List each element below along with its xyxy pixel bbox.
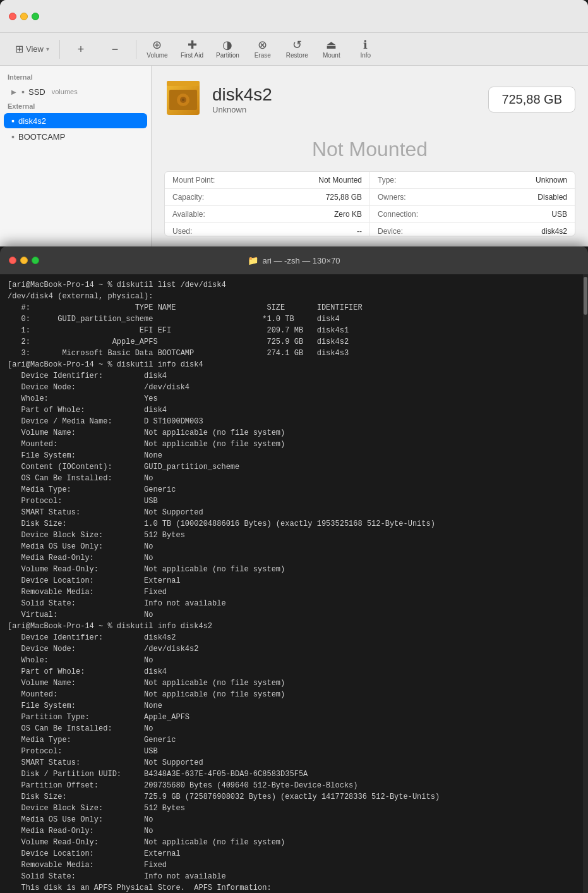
partition-icon: ◑ <box>222 39 232 51</box>
info-cell-owners: Owners: Disabled <box>370 189 575 205</box>
view-button[interactable]: ⊞ View ▾ <box>10 40 54 58</box>
terminal-folder-icon: 📁 <box>248 255 258 265</box>
disk-type: Unknown <box>212 105 272 114</box>
disk-header: disk4s2 Unknown 725,88 GB <box>164 76 575 123</box>
info-button[interactable]: ℹ Info <box>350 37 381 61</box>
external-section-label: External <box>0 100 151 112</box>
info-icon: ℹ <box>363 39 368 51</box>
info-cell-device: Device: disk4s2 <box>370 223 575 236</box>
bootcamp-label: BOOTCAMP <box>18 132 65 142</box>
terminal-line: Volume Name: Not applicable (no file sys… <box>8 427 580 439</box>
info-cell-available: Available: Zero KB <box>165 206 370 222</box>
chevron-right-icon: ▶ <box>11 88 16 95</box>
svg-point-5 <box>182 99 184 101</box>
device-key: Device: <box>378 227 403 236</box>
terminal-line: Device Block Size: 512 Bytes <box>8 530 580 541</box>
erase-button[interactable]: ⊗ Erase <box>247 37 279 61</box>
view-label: View <box>26 44 44 54</box>
erase-icon: ⊗ <box>258 39 267 51</box>
terminal-line: Media Read-Only: No <box>8 552 580 564</box>
terminal-line: Device Node: /dev/disk4 <box>8 382 580 393</box>
info-cell-mount-point: Mount Point: Not Mounted <box>165 172 370 188</box>
maximize-button[interactable] <box>32 13 39 20</box>
terminal-line: Partition Offset: 209735680 Bytes (40964… <box>8 780 580 791</box>
disk4s2-icon: ▪ <box>11 116 15 126</box>
capacity-value: 725,88 GB <box>326 193 362 202</box>
not-mounted-label: Not Mounted <box>164 138 575 161</box>
info-cell-capacity: Capacity: 725,88 GB <box>165 189 370 205</box>
terminal-title: 📁 ari — -zsh — 130×70 <box>248 255 340 265</box>
mount-button[interactable]: ⏏ Mount <box>316 37 347 61</box>
terminal-line: Media OS Use Only: No <box>8 541 580 552</box>
info-row-mount: Mount Point: Not Mounted Type: Unknown <box>165 172 575 189</box>
terminal-body[interactable]: [ari@MacBook-Pro-14 ~ % diskutil list /d… <box>0 274 588 893</box>
terminal-scrollbar[interactable] <box>583 274 588 893</box>
terminal-line: Media Type: Generic <box>8 484 580 495</box>
info-cell-type: Type: Unknown <box>370 172 575 188</box>
terminal-line: File System: None <box>8 450 580 461</box>
volume-button[interactable]: ⊕ Volume <box>141 37 173 61</box>
title-bar <box>0 0 588 33</box>
terminal-line: OS Can Be Installed: No <box>8 473 580 484</box>
mount-point-value: Not Mounted <box>318 176 362 185</box>
terminal-line: Partition Type: Apple_APFS <box>8 712 580 723</box>
info-row-available: Available: Zero KB Connection: USB <box>165 206 575 223</box>
mount-label: Mount <box>323 52 340 59</box>
terminal-line: Protocol: USB <box>8 746 580 757</box>
close-button[interactable] <box>9 13 16 20</box>
restore-button[interactable]: ↺ Restore <box>281 37 313 61</box>
terminal-line: 3: Microsoft Basic Data BOOTCAMP 274.1 G… <box>8 348 580 359</box>
first-aid-label: First Aid <box>181 52 203 59</box>
svg-rect-1 <box>167 81 200 86</box>
partition-label: Partition <box>216 52 239 59</box>
terminal-line: [ari@MacBook-Pro-14 ~ % diskutil info di… <box>8 359 580 370</box>
toolbar-separator-2 <box>136 40 136 59</box>
sidebar: Internal ▶ ▪ SSD volumes External ▪ disk… <box>0 66 152 246</box>
info-row-used: Used: -- Device: disk4s2 <box>165 223 575 236</box>
info-label: Info <box>360 52 371 59</box>
add-volume-button[interactable]: + <box>65 41 97 58</box>
terminal-line: SMART Status: Not Supported <box>8 507 580 518</box>
terminal-line: Solid State: Info not available <box>8 871 580 882</box>
terminal-close-button[interactable] <box>9 257 16 264</box>
type-key: Type: <box>378 176 396 185</box>
view-icon: ⊞ <box>15 43 23 55</box>
terminal-traffic-lights <box>0 257 39 264</box>
terminal-title-text: ari — -zsh — 130×70 <box>262 256 340 265</box>
terminal-line: Removable Media: Fixed <box>8 860 580 871</box>
disk-size-badge: 725,88 GB <box>488 87 575 112</box>
main-area: Internal ▶ ▪ SSD volumes External ▪ disk… <box>0 66 588 246</box>
info-row-capacity: Capacity: 725,88 GB Owners: Disabled <box>165 189 575 206</box>
available-key: Available: <box>172 210 205 219</box>
terminal-line: 1: EFI EFI 209.7 MB disk4s1 <box>8 325 580 336</box>
restore-icon: ↺ <box>292 39 302 51</box>
sidebar-item-disk4s2[interactable]: ▪ disk4s2 <box>4 113 147 128</box>
disk-drive-icon <box>164 76 202 120</box>
sidebar-item-ssd[interactable]: ▶ ▪ SSD volumes <box>4 84 147 99</box>
remove-volume-button[interactable]: − <box>99 41 131 58</box>
add-icon: + <box>78 44 85 55</box>
disk-detail-panel: disk4s2 Unknown 725,88 GB Not Mounted Mo… <box>152 66 588 246</box>
first-aid-icon: ✚ <box>188 39 197 51</box>
terminal-maximize-button[interactable] <box>32 257 39 264</box>
terminal-minimize-button[interactable] <box>20 257 28 264</box>
toolbar: ⊞ View ▾ + − ⊕ Volume ✚ First Aid ◑ Part… <box>0 33 588 66</box>
terminal-line: [ari@MacBook-Pro-14 ~ % diskutil list /d… <box>8 279 580 291</box>
partition-button[interactable]: ◑ Partition <box>211 37 244 61</box>
mount-point-key: Mount Point: <box>172 176 215 185</box>
terminal-line: Whole: Yes <box>8 393 580 404</box>
first-aid-button[interactable]: ✚ First Aid <box>176 37 208 61</box>
terminal-line: /dev/disk4 (external, physical): <box>8 291 580 302</box>
terminal-line: Part of Whole: disk4 <box>8 404 580 416</box>
disk-utility-window: ⊞ View ▾ + − ⊕ Volume ✚ First Aid ◑ Part… <box>0 0 588 246</box>
minimize-button[interactable] <box>20 13 28 20</box>
terminal-line: Device Identifier: disk4 <box>8 370 580 382</box>
disk-info-table: Mount Point: Not Mounted Type: Unknown C… <box>164 171 575 236</box>
ssd-label: SSD <box>28 87 45 97</box>
sidebar-item-bootcamp[interactable]: ▪ BOOTCAMP <box>4 129 147 144</box>
terminal-line: 2: Apple_APFS 725.9 GB disk4s2 <box>8 336 580 348</box>
terminal-line: Virtual: No <box>8 609 580 621</box>
terminal-line: This disk is an APFS Physical Store. APF… <box>8 882 580 893</box>
terminal-line: 0: GUID_partition_scheme *1.0 TB disk4 <box>8 313 580 325</box>
info-cell-used: Used: -- <box>165 223 370 236</box>
